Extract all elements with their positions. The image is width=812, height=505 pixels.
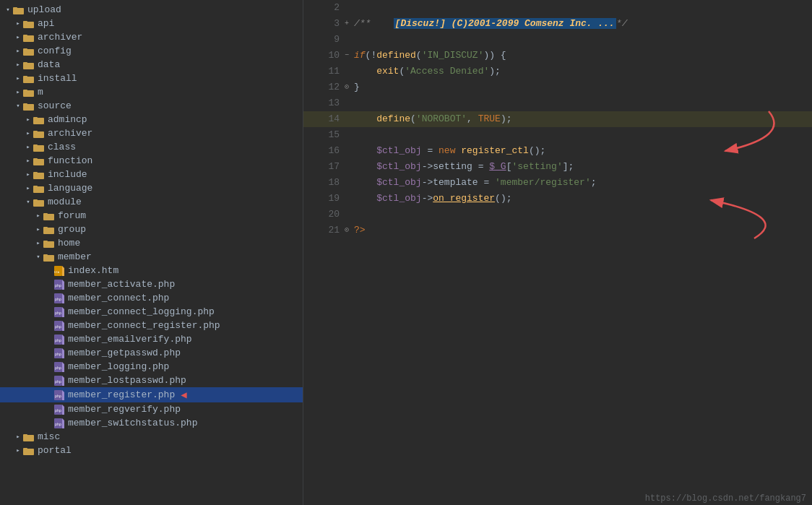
tree-arrow[interactable] — [23, 143, 33, 151]
tree-arrow[interactable] — [23, 157, 33, 165]
tree-arrow[interactable] — [23, 129, 33, 137]
php-file-icon: php — [53, 293, 65, 303]
tree-arrow[interactable] — [33, 225, 43, 233]
tree-item-portal[interactable]: portal — [0, 444, 303, 457]
svg-rect-25 — [33, 172, 38, 174]
tree-item-member_regverify.php[interactable]: php member_regverify.php — [0, 402, 303, 416]
tree-item-member_connect_register.php[interactable]: php member_connect_register.php — [0, 319, 303, 332]
tree-item-config[interactable]: config — [0, 44, 303, 58]
tree-item-install[interactable]: install — [0, 72, 303, 85]
code-line-content: $ctl_obj->template = 'member/register'; — [354, 175, 812, 191]
tree-item-member_register.php[interactable]: php member_register.php◀ — [0, 387, 303, 402]
svg-rect-7 — [23, 48, 27, 51]
tree-arrow[interactable] — [33, 253, 43, 261]
tree-item-upload[interactable]: upload — [0, 3, 303, 17]
tree-arrow[interactable] — [23, 116, 33, 124]
tree-item-language[interactable]: language — [0, 181, 303, 195]
folder-icon — [23, 20, 35, 28]
tree-arrow[interactable] — [13, 33, 23, 41]
tree-item-label: source — [38, 100, 72, 111]
tree-arrow[interactable] — [33, 212, 43, 220]
tree-item-module[interactable]: module — [0, 195, 303, 209]
code-line-row: 12 ⊙ } — [303, 79, 812, 95]
line-number: 17 — [303, 159, 340, 175]
file-tree[interactable]: upload api archiver config data install … — [0, 0, 303, 505]
tree-item-group[interactable]: group — [0, 223, 303, 236]
tree-arrow[interactable] — [13, 74, 23, 82]
tree-item-class[interactable]: class — [0, 140, 303, 154]
tree-arrow[interactable] — [13, 88, 23, 96]
svg-rect-27 — [33, 186, 38, 188]
line-number: 11 — [303, 64, 340, 79]
tree-arrow[interactable] — [13, 20, 23, 27]
tree-arrow[interactable] — [23, 198, 33, 206]
tree-item-label: install — [38, 73, 77, 84]
tree-item-member_activate.php[interactable]: php member_activate.php — [0, 277, 303, 291]
tree-item-member[interactable]: member — [0, 250, 303, 264]
tree-arrow[interactable] — [23, 171, 33, 178]
svg-rect-76 — [62, 392, 64, 400]
tree-arrow[interactable] — [13, 433, 23, 441]
folder-icon — [33, 143, 45, 152]
svg-marker-75 — [62, 390, 64, 392]
tree-arrow[interactable] — [13, 47, 23, 55]
tree-item-data[interactable]: data — [0, 58, 303, 72]
svg-rect-33 — [43, 227, 48, 229]
folder-icon — [33, 171, 45, 179]
tree-item-forum[interactable]: forum — [0, 209, 303, 223]
tree-arrow[interactable] — [13, 102, 23, 110]
tree-arrow[interactable] — [33, 239, 43, 247]
php-file-icon: php — [53, 362, 65, 372]
tree-item-label: home — [58, 238, 80, 249]
gutter-icon — [340, 32, 354, 48]
gutter-icon — [340, 0, 354, 16]
svg-text:php: php — [55, 324, 61, 329]
code-line-row: 17 $ctl_obj->setting = $_G['setting']; — [303, 159, 812, 175]
tree-item-include[interactable]: include — [0, 168, 303, 181]
gutter-icon — [340, 191, 354, 207]
tree-item-admincp[interactable]: admincp — [0, 113, 303, 126]
tree-item-function[interactable]: function — [0, 154, 303, 168]
svg-rect-31 — [43, 213, 48, 215]
tree-arrow[interactable] — [23, 184, 33, 192]
gutter-icon: + — [340, 16, 354, 32]
code-line-row: 10 − if(!defined('IN_DISCUZ')) { — [303, 48, 812, 64]
tree-item-member_getpasswd.php[interactable]: php member_getpasswd.php — [0, 346, 303, 360]
tree-item-label: archiver — [38, 32, 82, 43]
tree-item-label: forum — [58, 210, 86, 221]
svg-rect-17 — [33, 117, 38, 119]
line-number: 14 — [303, 111, 340, 127]
tree-item-archiver2[interactable]: archiver — [0, 126, 303, 140]
code-line-content — [354, 0, 812, 16]
tree-item-api[interactable]: api — [0, 17, 303, 30]
svg-text:php: php — [55, 408, 61, 413]
tree-item-member_lostpasswd.php[interactable]: php member_lostpasswd.php — [0, 374, 303, 387]
code-editor[interactable]: 2 3 + /** [Discuz!] (C)2001-2099 Comsenz… — [303, 0, 812, 505]
gutter-icon — [340, 95, 354, 111]
tree-item-source[interactable]: source — [0, 99, 303, 113]
tree-arrow[interactable] — [3, 6, 13, 14]
svg-rect-52 — [62, 309, 64, 317]
tree-item-member_emailverify.php[interactable]: php member_emailverify.php — [0, 332, 303, 346]
tree-item-member_connect.php[interactable]: php member_connect.php — [0, 291, 303, 305]
tree-arrow[interactable] — [13, 61, 23, 69]
code-line-row: 15 — [303, 127, 812, 143]
gutter-icon — [340, 143, 354, 159]
svg-text:htm: htm — [54, 270, 60, 274]
tree-item-m[interactable]: m — [0, 85, 303, 99]
folder-icon — [23, 74, 35, 83]
tree-item-member_connect_logging.php[interactable]: php member_connect_logging.php — [0, 305, 303, 319]
tree-item-member_logging.php[interactable]: php member_logging.php — [0, 360, 303, 374]
folder-icon — [23, 33, 35, 42]
tree-item-member_switchstatus.php[interactable]: php member_switchstatus.php — [0, 416, 303, 430]
tree-item-archiver[interactable]: archiver — [0, 30, 303, 44]
tree-item-index.htm[interactable]: htm index.htm — [0, 264, 303, 277]
svg-rect-44 — [62, 282, 64, 290]
tree-arrow[interactable] — [13, 446, 23, 454]
tree-item-home[interactable]: home — [0, 236, 303, 250]
tree-item-misc[interactable]: misc — [0, 430, 303, 444]
gutter-icon: − — [340, 48, 354, 64]
svg-rect-19 — [33, 131, 38, 133]
annotation-arrow: ◀ — [181, 389, 186, 401]
svg-rect-1 — [13, 7, 17, 9]
